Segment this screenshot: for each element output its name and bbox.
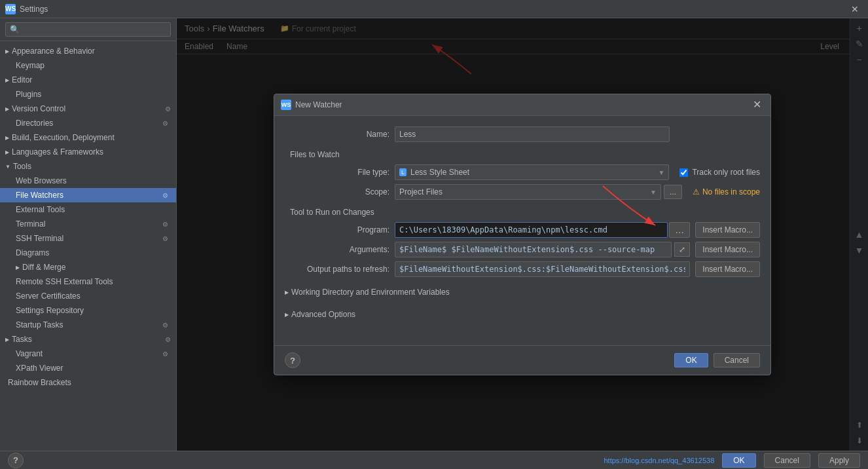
- sidebar-item-settings-repo[interactable]: Settings Repository: [0, 303, 176, 318]
- sidebar-item-label: Keymap: [16, 61, 45, 70]
- sidebar-item-label: External Tools: [16, 205, 65, 214]
- global-ok-button[interactable]: OK: [722, 453, 755, 468]
- insert-macro-arguments-button[interactable]: Insert Macro...: [695, 242, 760, 257]
- bottom-bar: ? https://blog.csdn.net/qq_43612538 OK C…: [0, 451, 868, 469]
- sidebar-item-label: Version Control: [12, 104, 65, 113]
- sidebar-item-label: Terminal: [16, 219, 45, 229]
- sidebar-item-external-tools[interactable]: External Tools: [0, 202, 176, 217]
- sidebar-item-tools[interactable]: ▼ Tools: [0, 159, 176, 174]
- sidebar-item-editor[interactable]: ▶ Editor: [0, 73, 176, 87]
- working-dir-label: Working Directory and Environment Variab…: [291, 288, 450, 297]
- advanced-options-section[interactable]: ▶ Advanced Options: [285, 307, 760, 322]
- arguments-row: Arguments: ⤢ Insert Macro...: [285, 242, 760, 257]
- program-input[interactable]: [395, 222, 668, 238]
- modal-ok-button[interactable]: OK: [674, 353, 708, 367]
- file-type-value: Less Style Sheet: [410, 168, 654, 177]
- url-text: https://blog.csdn.net/qq_43612538: [604, 457, 714, 464]
- sidebar-item-diff-merge[interactable]: ▶ Diff & Merge: [0, 260, 176, 274]
- sidebar-item-plugins[interactable]: Plugins: [0, 87, 176, 102]
- sidebar-item-keymap[interactable]: Keymap: [0, 58, 176, 73]
- settings-icon: ⚙: [165, 105, 171, 113]
- scope-label: Scope:: [285, 187, 389, 197]
- sidebar-item-label: SSH Terminal: [16, 234, 63, 243]
- search-input[interactable]: [5, 22, 171, 37]
- scope-dropdown[interactable]: Project Files ▼: [395, 184, 661, 200]
- sidebar-item-tasks[interactable]: ▶ Tasks ⚙: [0, 332, 176, 347]
- tool-section-label: Tool to Run on Changes: [290, 208, 760, 217]
- sidebar-item-label: Tasks: [12, 335, 32, 344]
- sidebar-item-vagrant[interactable]: Vagrant ⚙: [0, 347, 176, 361]
- sidebar-item-label: Languages & Frameworks: [12, 147, 103, 157]
- sidebar-item-file-watchers[interactable]: File Watchers ⚙: [0, 188, 176, 202]
- sidebar: ▶ Appearance & Behavior Keymap ▶ Editor …: [0, 18, 177, 451]
- modal-close-button[interactable]: ✕: [750, 98, 764, 111]
- sidebar-item-xpath-viewer[interactable]: XPath Viewer: [0, 361, 176, 375]
- arguments-input-row: ⤢: [395, 242, 690, 257]
- sidebar-item-server-certs[interactable]: Server Certificates: [0, 289, 176, 303]
- global-cancel-button[interactable]: Cancel: [764, 453, 810, 468]
- sidebar-item-languages-frameworks[interactable]: ▶ Languages & Frameworks: [0, 145, 176, 159]
- sidebar-item-label: Settings Repository: [16, 306, 84, 315]
- sidebar-item-directories[interactable]: Directories ⚙: [0, 116, 176, 130]
- expand-icon: ▶: [5, 135, 9, 141]
- modal-footer: ? OK Cancel: [274, 345, 770, 375]
- output-paths-row: Output paths to refresh: Insert Macro...: [285, 261, 760, 277]
- insert-macro-output-button[interactable]: Insert Macro...: [695, 261, 760, 277]
- window-title: Settings: [20, 5, 48, 14]
- help-button[interactable]: ?: [285, 352, 300, 368]
- advanced-options-label: Advanced Options: [291, 310, 355, 319]
- modal-overlay: WS New Watcher ✕ Name:: [177, 18, 868, 451]
- sidebar-item-label: Editor: [12, 75, 32, 84]
- sidebar-item-web-browsers[interactable]: Web Browsers: [0, 174, 176, 188]
- sidebar-item-diagrams[interactable]: Diagrams: [0, 246, 176, 260]
- sidebar-list: ▶ Appearance & Behavior Keymap ▶ Editor …: [0, 41, 176, 451]
- global-help-button[interactable]: ?: [8, 453, 24, 468]
- working-dir-section[interactable]: ▶ Working Directory and Environment Vari…: [285, 285, 760, 299]
- program-browse-button[interactable]: …: [669, 222, 690, 238]
- scope-browse-button[interactable]: ...: [664, 185, 682, 199]
- arguments-expand-button[interactable]: ⤢: [674, 242, 690, 257]
- sidebar-item-terminal[interactable]: Terminal ⚙: [0, 217, 176, 231]
- scope-row: Scope: Project Files ▼ ... ⚠: [285, 184, 760, 200]
- no-files-text: No files in scope: [702, 187, 760, 197]
- track-root-files-checkbox[interactable]: [679, 168, 688, 177]
- bottom-right: https://blog.csdn.net/qq_43612538 OK Can…: [604, 453, 860, 468]
- file-type-row: File type: L Less Style Sheet ▼: [285, 164, 760, 180]
- sidebar-item-label: Tools: [13, 162, 31, 171]
- expand-icon: ▶: [5, 149, 9, 155]
- modal-cancel-button[interactable]: Cancel: [714, 353, 760, 367]
- scope-arrow-icon: ▼: [650, 189, 657, 196]
- track-root-files-label: Track only root files: [692, 168, 760, 177]
- files-to-watch-label: Files to Watch: [290, 150, 760, 159]
- settings-icon: ⚙: [165, 336, 171, 343]
- sidebar-item-rainbow-brackets[interactable]: Rainbow Brackets: [0, 375, 176, 390]
- working-dir-expand-icon: ▶: [285, 290, 289, 295]
- sidebar-item-label: XPath Viewer: [16, 364, 63, 373]
- arguments-input[interactable]: [395, 242, 672, 257]
- scope-value: Project Files: [399, 187, 650, 197]
- sidebar-item-ssh-terminal[interactable]: SSH Terminal ⚙: [0, 231, 176, 246]
- sidebar-item-appearance-behavior[interactable]: ▶ Appearance & Behavior: [0, 44, 176, 58]
- app-icon: WS: [5, 4, 16, 14]
- sidebar-item-build-execution[interactable]: ▶ Build, Execution, Deployment: [0, 130, 176, 145]
- output-paths-label: Output paths to refresh:: [285, 265, 389, 274]
- sidebar-item-remote-ssh[interactable]: Remote SSH External Tools: [0, 274, 176, 289]
- settings-icon: ⚙: [162, 322, 168, 329]
- modal-icon: WS: [281, 100, 291, 110]
- insert-macro-program-button[interactable]: Insert Macro...: [695, 222, 760, 238]
- output-paths-input[interactable]: [395, 261, 690, 277]
- sidebar-item-version-control[interactable]: ▶ Version Control ⚙: [0, 102, 176, 116]
- global-apply-button[interactable]: Apply: [818, 453, 860, 468]
- sidebar-item-startup-tasks[interactable]: Startup Tasks ⚙: [0, 318, 176, 332]
- sidebar-item-label: Directories: [16, 119, 53, 128]
- main-window: WS Settings ✕ ▶ Appearance & Behavior Ke…: [0, 0, 868, 469]
- file-type-dropdown[interactable]: L Less Style Sheet ▼: [395, 164, 669, 180]
- dropdown-arrow-icon: ▼: [659, 169, 665, 176]
- sidebar-item-label: Startup Tasks: [16, 320, 63, 329]
- modal-title: New Watcher: [295, 100, 342, 109]
- modal-title-bar: WS New Watcher ✕: [274, 94, 770, 116]
- modal-body: Name: Files to Watch File type:: [274, 116, 770, 345]
- close-button[interactable]: ✕: [847, 3, 863, 16]
- name-input[interactable]: [395, 126, 670, 142]
- expand-icon: ▶: [5, 77, 9, 83]
